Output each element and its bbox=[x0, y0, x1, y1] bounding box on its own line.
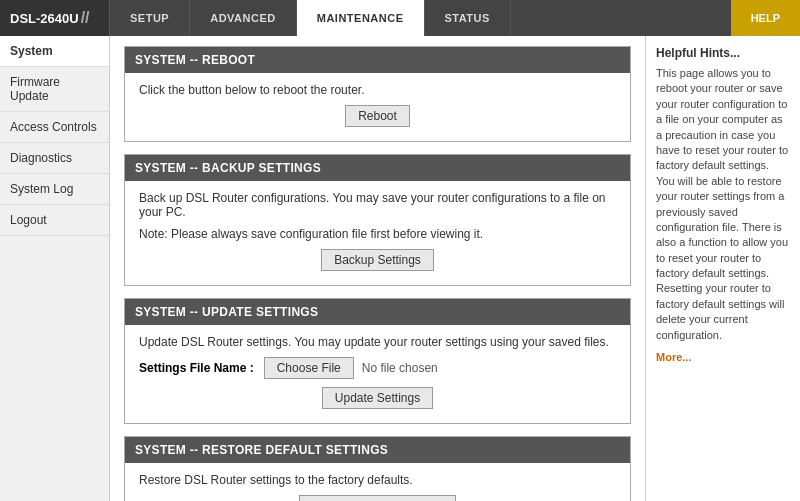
file-label: Settings File Name : bbox=[139, 361, 254, 375]
section-restore-header: SYSTEM -- RESTORE DEFAULT SETTINGS bbox=[125, 437, 630, 463]
section-restore: SYSTEM -- RESTORE DEFAULT SETTINGS Resto… bbox=[124, 436, 631, 501]
help-panel: Helpful Hints... This page allows you to… bbox=[645, 36, 800, 501]
restore-default-settings-button[interactable]: Restore Default Settings bbox=[299, 495, 455, 501]
more-link[interactable]: More... bbox=[656, 351, 790, 363]
choose-file-button[interactable]: Choose File bbox=[264, 357, 354, 379]
backup-settings-button[interactable]: Backup Settings bbox=[321, 249, 434, 271]
nav-tab-status[interactable]: STATUS bbox=[425, 0, 511, 36]
update-settings-button[interactable]: Update Settings bbox=[322, 387, 433, 409]
backup-description: Back up DSL Router configurations. You m… bbox=[139, 191, 616, 219]
restore-description: Restore DSL Router settings to the facto… bbox=[139, 473, 616, 487]
backup-note: Note: Please always save configuration f… bbox=[139, 227, 616, 241]
nav-tab-maintenance[interactable]: MAINTENANCE bbox=[297, 0, 425, 36]
content-area: SYSTEM -- REBOOT Click the button below … bbox=[110, 36, 645, 501]
reboot-description: Click the button below to reboot the rou… bbox=[139, 83, 616, 97]
section-update-header: SYSTEM -- UPDATE SETTINGS bbox=[125, 299, 630, 325]
file-input-row: Settings File Name : Choose File No file… bbox=[139, 357, 616, 379]
sidebar: System Firmware Update Access Controls D… bbox=[0, 36, 110, 501]
nav-tab-setup[interactable]: SETUP bbox=[110, 0, 190, 36]
logo: DSL-2640U // bbox=[0, 0, 110, 36]
no-file-text: No file chosen bbox=[362, 361, 438, 375]
sidebar-item-system-log[interactable]: System Log bbox=[0, 174, 109, 205]
sidebar-item-system[interactable]: System bbox=[0, 36, 109, 67]
update-description: Update DSL Router settings. You may upda… bbox=[139, 335, 616, 349]
sidebar-item-access-controls[interactable]: Access Controls bbox=[0, 112, 109, 143]
nav-tab-help[interactable]: HELP bbox=[731, 0, 800, 36]
sidebar-item-logout[interactable]: Logout bbox=[0, 205, 109, 236]
reboot-button[interactable]: Reboot bbox=[345, 105, 410, 127]
sidebar-item-firmware-update[interactable]: Firmware Update bbox=[0, 67, 109, 112]
nav-tab-advanced[interactable]: ADVANCED bbox=[190, 0, 297, 36]
section-reboot: SYSTEM -- REBOOT Click the button below … bbox=[124, 46, 631, 142]
sidebar-item-diagnostics[interactable]: Diagnostics bbox=[0, 143, 109, 174]
section-reboot-header: SYSTEM -- REBOOT bbox=[125, 47, 630, 73]
help-text: This page allows you to reboot your rout… bbox=[656, 66, 790, 343]
help-title: Helpful Hints... bbox=[656, 46, 790, 60]
section-update: SYSTEM -- UPDATE SETTINGS Update DSL Rou… bbox=[124, 298, 631, 424]
section-backup: SYSTEM -- BACKUP SETTINGS Back up DSL Ro… bbox=[124, 154, 631, 286]
section-backup-header: SYSTEM -- BACKUP SETTINGS bbox=[125, 155, 630, 181]
